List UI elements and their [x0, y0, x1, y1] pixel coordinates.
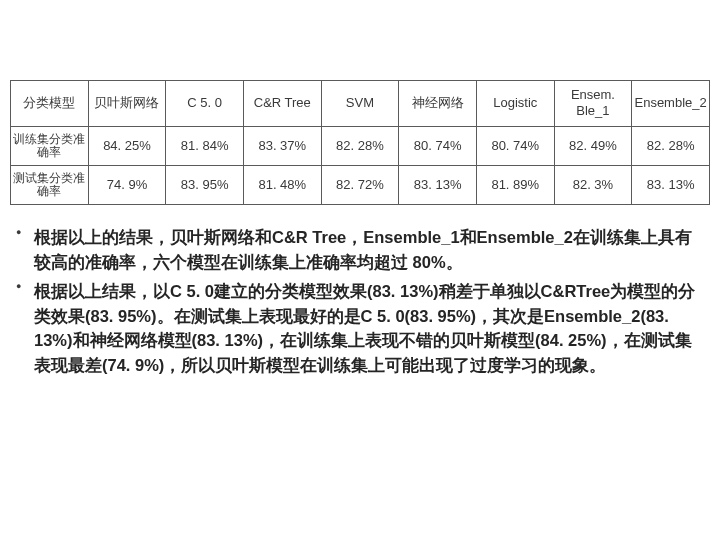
analysis-bullets: 根据以上的结果，贝叶斯网络和C&R Tree，Ensemble_1和Ensemb…	[10, 225, 710, 378]
cell: 82. 28%	[321, 126, 399, 165]
cell: 81. 89%	[476, 165, 554, 204]
cell: 83. 95%	[166, 165, 244, 204]
col-header: SVM	[321, 81, 399, 127]
results-table: 分类模型 贝叶斯网络 C 5. 0 C&R Tree SVM 神经网络 Logi…	[10, 80, 710, 205]
cell: 82. 72%	[321, 165, 399, 204]
col-header: C&R Tree	[243, 81, 321, 127]
cell: 83. 37%	[243, 126, 321, 165]
row-label: 训练集分类准确率	[11, 126, 89, 165]
table-row: 训练集分类准确率 84. 25% 81. 84% 83. 37% 82. 28%…	[11, 126, 710, 165]
bullet-item: 根据以上的结果，贝叶斯网络和C&R Tree，Ensemble_1和Ensemb…	[34, 225, 706, 275]
cell: 80. 74%	[399, 126, 477, 165]
col-header: Ensem. Ble_1	[554, 81, 632, 127]
table-header-row: 分类模型 贝叶斯网络 C 5. 0 C&R Tree SVM 神经网络 Logi…	[11, 81, 710, 127]
col-header: 神经网络	[399, 81, 477, 127]
col-header: Ensemble_2	[632, 81, 710, 127]
cell: 83. 13%	[632, 165, 710, 204]
cell: 83. 13%	[399, 165, 477, 204]
cell: 84. 25%	[88, 126, 166, 165]
bullet-item: 根据以上结果，以C 5. 0建立的分类模型效果(83. 13%)稍差于单独以C&…	[34, 279, 706, 378]
cell: 82. 3%	[554, 165, 632, 204]
cell: 82. 28%	[632, 126, 710, 165]
col-header: C 5. 0	[166, 81, 244, 127]
cell: 74. 9%	[88, 165, 166, 204]
row-label: 测试集分类准确率	[11, 165, 89, 204]
cell: 81. 84%	[166, 126, 244, 165]
col-header: 分类模型	[11, 81, 89, 127]
cell: 81. 48%	[243, 165, 321, 204]
col-header: 贝叶斯网络	[88, 81, 166, 127]
cell: 80. 74%	[476, 126, 554, 165]
table-row: 测试集分类准确率 74. 9% 83. 95% 81. 48% 82. 72% …	[11, 165, 710, 204]
cell: 82. 49%	[554, 126, 632, 165]
col-header: Logistic	[476, 81, 554, 127]
